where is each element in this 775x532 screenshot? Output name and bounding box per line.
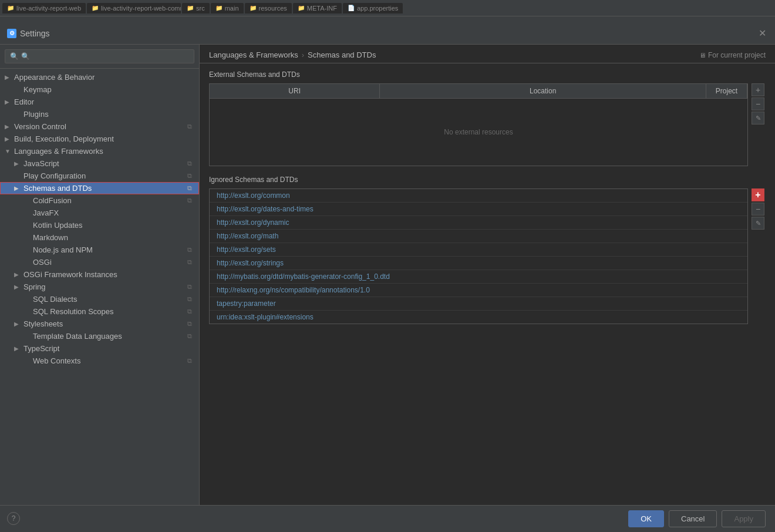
sidebar-item-typescript[interactable]: ▶ TypeScript [0,342,199,355]
sidebar-item-appearance[interactable]: ▶ Appearance & Behavior [0,71,199,83]
remove-ignored-button[interactable]: − [752,203,764,216]
sidebar-item-sql-dialects[interactable]: SQL Dialects ⧉ [0,293,199,305]
folder-icon-1: 📁 [7,5,14,11]
content-header: Languages & Frameworks › Schemas and DTD… [200,45,775,63]
sidebar-item-play-configuration[interactable]: Play Configuration ⧉ [0,170,199,182]
sidebar-item-label: SQL Dialects [33,295,185,304]
search-field[interactable] [21,52,189,60]
sidebar-item-label: OSGi Framework Instances [23,270,194,279]
browser-tab-7[interactable]: 📄 app.properties [343,3,403,14]
close-button[interactable]: ✕ [756,28,768,39]
help-button[interactable]: ? [7,512,20,525]
copy-icon: ⧉ [185,320,194,328]
add-external-button[interactable]: + [752,83,764,96]
sidebar-item-coldfusion[interactable]: ColdFusion ⧉ [0,194,199,207]
apply-button[interactable]: Apply [722,510,766,527]
sidebar-item-label: Node.js and NPM [33,245,185,254]
external-schemas-table: URI Location Project No external resourc… [209,83,748,166]
sidebar-item-label: Editor [14,97,194,106]
file-icon-7: 📄 [348,5,355,11]
copy-icon: ⧉ [185,283,194,291]
folder-icon-6: 📁 [298,5,305,11]
sidebar-item-markdown[interactable]: Markdown [0,231,199,244]
arrow-icon: ▶ [5,136,14,142]
sidebar-item-label: JavaScript [23,159,185,168]
browser-tab-5[interactable]: 📁 resources [245,3,292,14]
breadcrumb: Languages & Frameworks › Schemas and DTD… [209,50,376,59]
arrow-icon: ▶ [5,123,14,130]
ignored-item-0: http://exslt.org/common [210,189,747,203]
ok-button[interactable]: OK [628,510,664,527]
table-empty-message: No external resources [210,99,747,166]
cancel-button[interactable]: Cancel [669,510,717,527]
arrow-icon: ▶ [14,345,23,352]
edit-external-button[interactable]: ✎ [752,112,764,124]
sidebar-item-kotlin-updates[interactable]: Kotlin Updates [0,219,199,231]
folder-icon-4: 📁 [215,5,223,11]
col-uri: URI [210,84,380,98]
sidebar-item-spring[interactable]: ▶ Spring ⧉ [0,281,199,293]
sidebar-item-osgi[interactable]: OSGi ⧉ [0,256,199,268]
browser-tab-3[interactable]: 📁 src [182,3,210,14]
dialog-title-text: Settings [20,29,50,38]
sidebar-item-label: Schemas and DTDs [23,184,185,193]
browser-tabs: 📁 live-activity-report-web 📁 live-activi… [0,0,775,16]
copy-icon: ⧉ [185,308,194,315]
folder-icon-5: 📁 [250,5,257,11]
sidebar-item-plugins[interactable]: Plugins [0,108,199,120]
sidebar-item-label: Template Data Languages [33,332,185,341]
sidebar-item-label: Plugins [23,110,194,119]
sidebar-item-editor[interactable]: ▶ Editor [0,96,199,108]
arrow-icon: ▶ [14,271,23,278]
arrow-icon: ▶ [5,74,14,80]
ignored-item-1: http://exslt.org/dates-and-times [210,203,747,216]
ignored-item-4: http://exslt.org/sets [210,243,747,257]
sidebar-item-label: Keymap [23,85,194,94]
edit-ignored-button[interactable]: ✎ [752,217,764,230]
copy-icon: ⧉ [185,172,194,180]
settings-sidebar: 🔍 ▶ Appearance & Behavior Keymap ▶ Edito… [0,45,200,505]
add-ignored-button[interactable]: + [752,188,764,201]
sidebar-item-nodejs-npm[interactable]: Node.js and NPM ⧉ [0,244,199,256]
sidebar-item-label: Play Configuration [23,171,185,180]
browser-tab-6[interactable]: 📁 META-INF [293,3,342,14]
sidebar-item-languages-frameworks[interactable]: ▼ Languages & Frameworks [0,145,199,157]
search-icon: 🔍 [10,52,19,60]
sidebar-tree: ▶ Appearance & Behavior Keymap ▶ Editor … [0,69,199,505]
arrow-icon: ▶ [14,160,23,167]
sidebar-item-label: Build, Execution, Deployment [14,134,194,143]
sidebar-item-javascript[interactable]: ▶ JavaScript ⧉ [0,157,199,170]
copy-icon: ⧉ [185,332,194,340]
ignored-list-items: http://exslt.org/common http://exslt.org… [210,189,747,324]
sidebar-item-version-control[interactable]: ▶ Version Control ⧉ [0,120,199,133]
table-header: URI Location Project [210,84,747,99]
browser-tab-2[interactable]: 📁 live-activity-report-web-common [87,3,181,14]
browser-tab-1[interactable]: 📁 live-activity-report-web [2,3,86,14]
ignored-list-buttons: + − ✎ [752,188,764,230]
search-input-wrapper[interactable]: 🔍 [5,49,194,63]
sidebar-item-template-data[interactable]: Template Data Languages ⧉ [0,330,199,342]
sidebar-item-label: Stylesheets [23,319,185,328]
col-location: Location [380,84,706,98]
sidebar-item-osgi-framework[interactable]: ▶ OSGi Framework Instances [0,268,199,281]
arrow-icon: ▶ [14,185,23,191]
sidebar-item-build-execution[interactable]: ▶ Build, Execution, Deployment [0,133,199,145]
browser-tab-4[interactable]: 📁 main [211,3,244,14]
sidebar-item-label: JavaFX [33,208,194,217]
sidebar-item-web-contexts[interactable]: Web Contexts ⧉ [0,355,199,367]
ignored-schemas-list: http://exslt.org/common http://exslt.org… [209,188,748,324]
ignored-item-2: http://exslt.org/dynamic [210,216,747,230]
dialog-title-bar: ⚙ Settings ✕ [0,22,775,45]
external-table-buttons: + − ✎ [752,83,764,124]
sidebar-item-javafx[interactable]: JavaFX [0,207,199,219]
remove-external-button[interactable]: − [752,97,764,110]
ignored-item-7: http://relaxng.org/ns/compatibility/anno… [210,284,747,297]
ignored-item-5: http://exslt.org/strings [210,257,747,270]
sidebar-item-sql-resolution[interactable]: SQL Resolution Scopes ⧉ [0,305,199,318]
dialog-body: 🔍 ▶ Appearance & Behavior Keymap ▶ Edito… [0,45,775,505]
search-box: 🔍 [0,45,199,69]
sidebar-item-stylesheets[interactable]: ▶ Stylesheets ⧉ [0,318,199,330]
for-current-project-label: For current project [708,51,766,59]
sidebar-item-schemas-dtds[interactable]: ▶ Schemas and DTDs ⧉ [0,182,199,194]
sidebar-item-keymap[interactable]: Keymap [0,83,199,96]
